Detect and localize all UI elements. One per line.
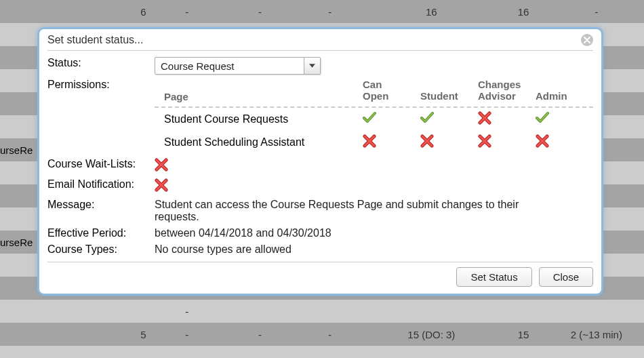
- email-label: Email Notification:: [47, 178, 155, 191]
- waitlists-label: Course Wait-Lists:: [47, 158, 155, 170]
- table-row: 6 - - - 16 16 -: [0, 0, 644, 23]
- types-value: No course types are allowed: [155, 243, 593, 256]
- table-row: 5 - - - 15 (DO: 3) 15 2 (~13 min): [0, 323, 644, 346]
- perm-col-canopen: CanOpen: [363, 79, 420, 102]
- dialog-title: Set student status...: [47, 34, 581, 46]
- table-row: -: [0, 300, 644, 323]
- check-icon: [363, 111, 376, 125]
- permissions-label: Permissions:: [47, 79, 155, 91]
- period-value: between 04/14/2018 and 04/30/2018: [155, 227, 593, 239]
- status-label: Status:: [47, 57, 155, 69]
- cross-icon: [363, 134, 376, 148]
- perm-page-name: Student Scheduling Assistant: [155, 136, 363, 148]
- permissions-table: Page CanOpen Student ChangesAdvisor Admi…: [155, 79, 593, 154]
- perm-col-admin: Admin: [536, 90, 593, 102]
- cross-icon: [536, 134, 549, 148]
- close-button[interactable]: Close: [539, 267, 593, 287]
- message-value: Student can access the Course Requests P…: [155, 199, 593, 223]
- message-label: Message:: [47, 199, 155, 211]
- check-icon: [420, 111, 434, 125]
- set-status-button[interactable]: Set Status: [456, 267, 531, 287]
- set-status-dialog: Set student status... Status: Course Req…: [37, 27, 603, 296]
- perm-col-student: Student: [420, 90, 478, 102]
- permission-row: Student Course Requests: [155, 108, 593, 131]
- status-value: Course Request: [155, 60, 304, 72]
- cross-icon: [155, 178, 168, 192]
- check-icon: [536, 111, 549, 125]
- cross-icon: [478, 134, 491, 148]
- permission-row: Student Scheduling Assistant: [155, 131, 593, 154]
- perm-page-name: Student Course Requests: [155, 113, 363, 125]
- perm-col-page: Page: [155, 91, 363, 102]
- chevron-down-icon: [304, 58, 320, 74]
- perm-col-advisor: ChangesAdvisor: [478, 79, 536, 102]
- types-label: Course Types:: [47, 243, 155, 256]
- close-icon[interactable]: [581, 34, 593, 46]
- status-dropdown[interactable]: Course Request: [155, 57, 321, 75]
- period-label: Effective Period:: [47, 227, 155, 239]
- cross-icon: [420, 134, 434, 148]
- cross-icon: [155, 158, 168, 172]
- cross-icon: [478, 111, 491, 125]
